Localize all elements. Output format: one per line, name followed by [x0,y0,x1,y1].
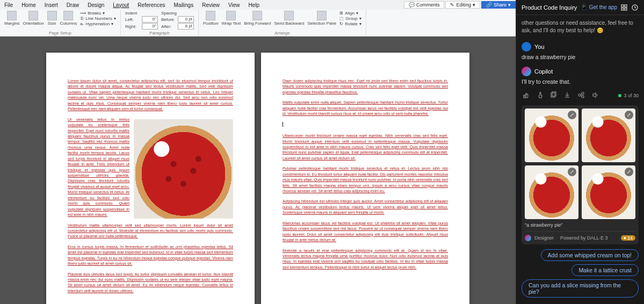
grid-icon[interactable] [620,4,628,11]
menu-design[interactable]: Design [83,1,108,9]
para[interactable]: Eros in cursus turpis massa. In fermentu… [68,244,233,267]
suggestion-2[interactable]: Make it a lattice crust [571,264,639,276]
menu-file[interactable]: File [0,1,17,9]
image-caption: "a strawberry pie" [525,222,635,228]
result-image-4[interactable]: ⤢ [582,165,635,219]
selection-pane-button[interactable]: Selection Pane [307,11,336,26]
feedback-bar: 3 of 30 [522,91,639,100]
menu-review[interactable]: Review [198,1,224,9]
export-icon[interactable] [563,91,572,100]
inline-image-strawberry-pie[interactable] [134,119,233,219]
designer-label: Designer [534,235,554,241]
para[interactable]: Diam donec adipiscing tristique risus ne… [283,78,448,95]
menu-help[interactable]: Help [244,1,264,9]
share-button[interactable]: 🔗 Share ▾ [481,1,516,9]
para[interactable]: Molestie a iaculis at erat pellentesque … [283,248,448,271]
ribbon: Margins Orientation Size Columns ⟶ Break… [0,10,516,37]
indent-left-label: Left: [125,17,140,22]
comments-button[interactable]: 💬 Comments [404,1,445,9]
svg-rect-6 [552,92,556,96]
indent-right-label: Right: [125,24,140,29]
expand-icon[interactable]: ⤢ [625,111,633,119]
share-icon[interactable] [577,91,586,100]
group-label-arrange: Arrange [199,31,366,35]
wrap-text-button[interactable]: Wrap Text [221,11,241,26]
position-button[interactable]: Position [203,11,218,26]
menu-mailings[interactable]: Mailings [169,1,198,9]
bring-forward-button[interactable]: Bring Forward [244,11,271,26]
result-image-3[interactable]: ⤢ [525,165,578,219]
para[interactable]: Ullamcorper morbi tincidunt ornare massa… [283,133,448,161]
orientation-button[interactable]: Orientation [23,11,44,26]
expand-icon[interactable]: ⤢ [568,168,576,176]
share-label: Share [494,2,506,8]
svg-rect-3 [625,8,627,10]
document-canvas[interactable]: Lorem ipsum dolor sit amet, consectetur … [0,37,516,304]
columns-label: Columns [60,21,77,26]
group-label-paragraph: Paragraph [121,31,198,35]
status-dot-icon [618,94,621,97]
get-app-button[interactable]: 📱 Get the app [581,4,617,10]
indent-left-input[interactable]: 0" [142,16,158,23]
copilot-chat[interactable]: other questions or need assistance, feel… [516,15,644,245]
user-header: 👤 You [522,42,639,52]
columns-button[interactable]: Columns [60,11,77,26]
align-button[interactable]: ⊞ Align ▾ [339,11,361,16]
expand-icon[interactable]: ⤢ [625,168,633,176]
align-label: Align [345,11,354,16]
margins-button[interactable]: Margins [4,11,19,26]
line-numbers-button[interactable]: ① Line Numbers ▾ [80,16,116,21]
menu-insert[interactable]: Insert [40,1,62,9]
forward-icon [252,11,262,20]
menu-home[interactable]: Home [17,1,40,9]
boost-coin[interactable]: ● 14 [621,235,635,241]
thumbs-down-icon[interactable] [536,91,544,100]
copy-icon[interactable] [549,91,558,100]
hyphenation-button[interactable]: a- Hyphenation ▾ [80,21,116,26]
comments-label: Comments [416,2,440,8]
orientation-icon [28,11,38,20]
copilot-header: Product Code Inquiry 📱 Get the app [516,0,644,15]
backward-label: Send Backward [274,21,304,26]
spacing-after-label: After: [161,24,176,29]
para[interactable]: Mattis vulputate enim nulla aliquet. Sap… [283,100,448,117]
expand-icon[interactable]: ⤢ [568,111,576,119]
result-image-1[interactable]: ⤢ [525,108,578,162]
para[interactable]: Vestibulum mattis ullamcorper velit sed … [68,223,233,240]
svg-rect-1 [625,5,627,7]
image-results-card: ⤢ ⤢ ⤢ ⤢ "a strawberry pie" Designer Powe… [522,105,639,244]
result-image-2[interactable]: ⤢ [582,108,635,162]
suggestion-1[interactable]: Add some whipped cream on top! [541,249,639,261]
suggestion-3[interactable]: Can you add a slice missing from the pie… [522,279,639,298]
send-backward-button[interactable]: Send Backward [274,11,304,26]
breaks-button[interactable]: ⟶ Breaks ▾ [80,11,116,16]
provider-row: Designer Powered by DALL·E 3 ● 14 [525,231,635,241]
group-button[interactable]: ⬚ Group ▾ [339,16,361,21]
para[interactable] [283,122,448,128]
menu-layout[interactable]: Layout [108,1,133,9]
page-1[interactable]: Lorem ipsum dolor sit amet, consectetur … [46,53,255,304]
margins-icon [7,11,17,20]
rotate-button[interactable]: ↻ Rotate ▾ [339,21,361,26]
indent-right-input[interactable]: 0" [142,23,158,30]
spacing-before-input[interactable]: 0 pt [178,16,194,23]
para[interactable]: Adipiscing bibendum est ultricies intege… [283,199,448,215]
spacing-after-input[interactable]: 8 pt [178,23,194,30]
copilot-message: I'll try to create that. [522,78,639,85]
read-aloud-icon[interactable] [591,91,600,100]
para[interactable]: Placerat duis ultricies lacus sed turpis… [68,272,233,294]
thumbs-up-icon[interactable] [522,91,530,100]
size-button[interactable]: Size [47,11,57,26]
forward-label: Bring Forward [244,21,271,26]
para[interactable]: Lorem ipsum dolor sit amet, consectetur … [68,78,233,112]
editing-button[interactable]: ✎ Editing ▾ [445,1,480,9]
history-icon[interactable] [631,4,639,11]
menu-draw[interactable]: Draw [62,1,83,9]
para[interactable]: Pulvinar pellentesque habitant morbi tri… [283,166,448,194]
page-2[interactable]: Diam donec adipiscing tristique risus ne… [261,53,469,304]
wrap-label: Wrap Text [221,21,241,26]
orientation-label: Orientation [23,21,44,26]
para[interactable]: Maecenas accumsan lacus vel facilisis vo… [283,221,448,243]
menu-references[interactable]: References [133,1,169,9]
menu-view[interactable]: View [224,1,244,9]
